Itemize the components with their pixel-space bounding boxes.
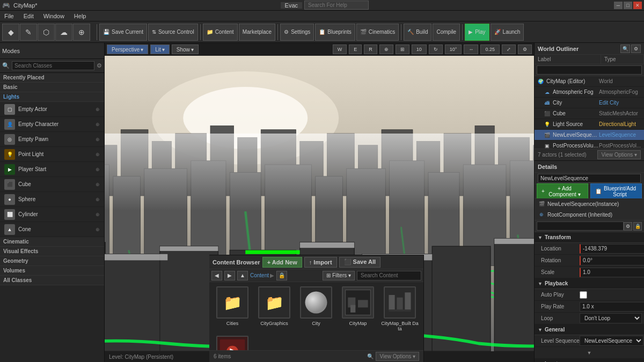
cities-asset[interactable]: 📁 Cities — [214, 286, 251, 331]
point-light-item[interactable]: 💡 Point Light ⊕ — [0, 147, 104, 162]
mode-btn-3[interactable]: ⬡ — [38, 24, 55, 41]
blueprints-button[interactable]: 📋 Blueprints — [315, 24, 355, 41]
outliner-view-options-button[interactable]: View Options ▾ — [597, 150, 641, 159]
outliner-search-button[interactable]: 🔍 — [620, 45, 630, 53]
empty-actor-item[interactable]: ▢ Empty Actor ⊕ — [0, 102, 104, 117]
cb-lock-button[interactable]: 🔒 — [276, 271, 287, 280]
mode-btn-1[interactable]: ◆ — [2, 24, 19, 41]
menu-file[interactable]: File — [2, 13, 16, 19]
outliner-atmospheric-fog[interactable]: ☁ Atmospheric Fog AtmosphericFog — [535, 87, 644, 98]
maximize-button[interactable]: □ — [624, 2, 632, 9]
settings-button[interactable]: ⚙ Settings — [280, 24, 314, 41]
mode-btn-4[interactable]: ☁ — [55, 24, 72, 41]
outliner-light-source[interactable]: 💡 Light Source DirectionalLight — [535, 119, 644, 130]
location-x-input[interactable] — [580, 244, 644, 254]
citygraphics-asset[interactable]: 📁 CityGraphics — [255, 286, 293, 331]
mode-btn-2[interactable]: ✎ — [20, 24, 37, 41]
lights-category[interactable]: Lights — [0, 92, 104, 102]
play-rate-input[interactable] — [580, 302, 644, 312]
cb-forward-button[interactable]: ▶ — [224, 271, 235, 280]
build-button[interactable]: 🔨 Build — [404, 24, 431, 41]
details-search-input[interactable] — [537, 221, 624, 231]
city-sphere-asset[interactable]: City — [297, 286, 335, 331]
citymap-asset[interactable]: CityMap — [339, 286, 377, 331]
level-sequence-select[interactable]: NewLevelSequence — [580, 336, 643, 346]
world-local-button[interactable]: ⊕ — [379, 45, 393, 54]
cb-search-input[interactable] — [357, 271, 421, 280]
input-section-header[interactable]: ▼ Input — [535, 359, 644, 362]
save-all-button[interactable]: ⬛ Save All — [339, 257, 380, 268]
actor-name-input[interactable] — [538, 174, 641, 183]
menu-edit[interactable]: Edit — [21, 13, 36, 19]
geometry-category[interactable]: Geometry — [0, 256, 104, 266]
outliner-cube[interactable]: ⬛ Cube StaticMeshActor — [535, 108, 644, 119]
grid-size-button[interactable]: 10 — [412, 45, 427, 54]
outliner-settings-button[interactable]: ⚙ — [631, 45, 641, 53]
angle-snap-toggle[interactable]: ↻ — [429, 45, 443, 54]
cb-up-button[interactable]: ▲ — [237, 271, 248, 280]
marketplace-button[interactable]: Marketplace — [239, 24, 275, 41]
rotate-button[interactable]: E — [349, 45, 362, 54]
visual-effects-category[interactable]: Visual Effects — [0, 247, 104, 256]
filters-button[interactable]: ⊞ Filters ▾ — [323, 271, 355, 280]
basic-category[interactable]: Basic — [0, 83, 104, 92]
close-button[interactable]: ✕ — [633, 2, 642, 9]
launch-button[interactable]: 🚀 Launch — [491, 24, 524, 41]
menu-help[interactable]: Help — [72, 13, 89, 19]
details-search-lock[interactable]: 🔒 — [633, 222, 642, 231]
outliner-citymap-editor[interactable]: 🌍 CityMap (Editor) World — [535, 76, 644, 87]
compile-button[interactable]: Compile — [433, 24, 460, 41]
player-start-item[interactable]: ▶ Player Start ⊕ — [0, 162, 104, 177]
grid-snap-toggle[interactable]: ⊞ — [396, 45, 409, 54]
cb-back-button[interactable]: ◀ — [211, 271, 222, 280]
lit-button[interactable]: Lit ▾ — [150, 45, 170, 54]
cinematics-button[interactable]: 🎬 Cinematics — [356, 24, 399, 41]
outliner-newlevelsequence[interactable]: 🎬 NewLevelSequence LevelSequence — [535, 130, 644, 141]
add-new-button[interactable]: + Add New — [262, 257, 302, 268]
citymap-built-asset[interactable]: CityMap_Built Data — [381, 286, 419, 331]
transform-section-header[interactable]: ▼ Transform — [535, 232, 644, 243]
help-search[interactable] — [304, 1, 369, 10]
auto-play-checkbox[interactable] — [580, 291, 587, 299]
cb-view-options-button[interactable]: View Options ▾ — [376, 352, 419, 361]
general-section-header[interactable]: ▼ General — [535, 324, 644, 335]
perspective-button[interactable]: Perspective ▾ — [107, 45, 148, 54]
menu-window[interactable]: Window — [41, 13, 67, 19]
play-button[interactable]: ▶ Play — [465, 24, 489, 41]
outliner-postprocess[interactable]: ▣ PostProcessVolume PostProcessVol... — [535, 141, 644, 149]
volumes-category[interactable]: Volumes — [0, 266, 104, 276]
playback-section-header[interactable]: ▼ Playback — [535, 278, 644, 289]
minimize-button[interactable]: ─ — [614, 2, 623, 9]
source-control-button[interactable]: ⇅ Source Control — [148, 24, 198, 41]
scale-snap-toggle[interactable]: ↔ — [464, 45, 478, 54]
comp-newlevelsequence[interactable]: 🎬 NewLevelSequence(Instance) — [535, 198, 644, 209]
outliner-search-input[interactable] — [537, 65, 642, 75]
show-button[interactable]: Show ▾ — [172, 45, 199, 54]
maximize-viewport-button[interactable]: ⤢ — [502, 45, 516, 54]
mode-btn-5[interactable]: ⊕ — [73, 24, 90, 41]
cb-path-content[interactable]: Content — [250, 272, 269, 278]
search-classes-settings[interactable]: ⚙ — [97, 62, 102, 69]
blueprint-add-script-button[interactable]: 📋 Blueprint/Add Script — [590, 183, 642, 200]
content-button[interactable]: 📁 Content — [203, 24, 238, 41]
scale-size-button[interactable]: 0.25 — [480, 45, 500, 54]
add-component-button[interactable]: + + Add Component ▾ — [537, 183, 588, 200]
all-classes-category[interactable]: All Classes — [0, 276, 104, 285]
cube-item[interactable]: ⬛ Cube ⊕ — [0, 177, 104, 192]
cylinder-item[interactable]: ⬜ Cylinder ⊕ — [0, 207, 104, 222]
scale-button[interactable]: R — [364, 45, 377, 54]
recently-placed-category[interactable]: Recently Placed — [0, 73, 104, 83]
scale-x-input[interactable] — [580, 268, 644, 277]
cinematic-category[interactable]: Cinematic — [0, 237, 104, 247]
save-current-button[interactable]: 💾 Save Current — [99, 24, 147, 41]
sphere-item[interactable]: ● Sphere ⊕ — [0, 192, 104, 207]
loop-select[interactable]: Don't Loop Loop — [580, 313, 642, 323]
newlevel-sequence-asset[interactable]: NewLevel Sequence — [214, 336, 251, 350]
outliner-city[interactable]: 🏙 City Edit City — [535, 98, 644, 108]
comp-rootcomponent[interactable]: ⊕ RootComponent (Inherited) — [535, 209, 644, 220]
details-search-options[interactable]: ⚙ — [624, 222, 632, 231]
empty-character-item[interactable]: 👤 Empty Character ⊕ — [0, 117, 104, 132]
import-button[interactable]: ↑ Import — [304, 257, 337, 268]
empty-pawn-item[interactable]: ◎ Empty Pawn ⊕ — [0, 132, 104, 147]
cone-item[interactable]: ▲ Cone ⊕ — [0, 222, 104, 237]
